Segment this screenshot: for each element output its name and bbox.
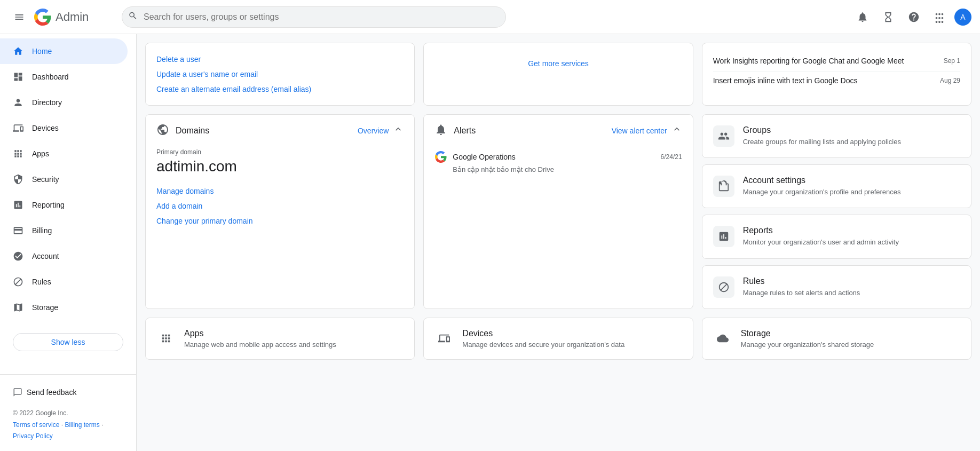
bottom-card-devices-bottom[interactable]: Devices Manage devices and secure your o… — [423, 318, 693, 360]
right-card-desc: Manage rules to set alerts and actions — [743, 288, 960, 298]
right-card-desc: Create groups for mailing lists and appl… — [743, 137, 960, 147]
search-input[interactable] — [122, 6, 506, 28]
help-icon[interactable] — [903, 6, 924, 28]
create-alias-link[interactable]: Create an alternate email address (email… — [156, 82, 404, 97]
bar-chart-icon — [713, 226, 734, 247]
right-card-desc: Manage your organization's profile and p… — [743, 187, 960, 197]
sidebar-item-reporting[interactable]: Reporting — [0, 192, 128, 218]
domains-overview-link[interactable]: Overview — [358, 126, 389, 135]
bottom-card-title: Storage — [741, 329, 960, 338]
domains-collapse-icon[interactable] — [393, 124, 404, 137]
bottom-card-apps-bottom[interactable]: Apps Manage web and mobile app access an… — [145, 318, 415, 360]
apps-bottom-icon — [156, 329, 176, 348]
footer-links: © 2022 Google Inc. Terms of service · Bi… — [13, 408, 123, 442]
menu-icon[interactable] — [9, 6, 30, 28]
right-card-rules[interactable]: Rules Manage rules to set alerts and act… — [702, 265, 971, 309]
alerts-card: Alerts View alert center — [423, 114, 693, 309]
google-logo — [34, 9, 51, 26]
search-icon — [128, 11, 138, 23]
bottom-card-title: Apps — [184, 329, 404, 338]
send-feedback-button[interactable]: Send feedback — [13, 383, 123, 401]
view-alert-center-link[interactable]: View alert center — [612, 126, 667, 135]
sidebar-item-home[interactable]: Home — [0, 38, 128, 64]
news-card: Work Insights reporting for Google Chat … — [702, 43, 971, 106]
domains-title: Domains — [176, 126, 209, 136]
sidebar: Home Dashboard Directory Devices — [0, 34, 137, 451]
account-icon — [13, 251, 23, 262]
right-card-title: Reports — [743, 226, 960, 235]
news-title: Work Insights reporting for Google Chat … — [713, 56, 904, 67]
news-date: Sep 1 — [944, 57, 960, 65]
rules-icon — [13, 276, 23, 287]
delete-user-link[interactable]: Delete a user — [156, 52, 404, 67]
news-date: Aug 29 — [940, 77, 960, 84]
bottom-card-storage-bottom[interactable]: Storage Manage your organization's share… — [702, 318, 971, 360]
storage-icon — [13, 302, 23, 313]
sidebar-item-dashboard[interactable]: Dashboard — [0, 64, 128, 90]
right-card-reports[interactable]: Reports Monitor your organization's user… — [702, 215, 971, 258]
domains-card: Domains Overview Primary domain adtimin.… — [145, 114, 415, 309]
apps-grid-icon[interactable] — [929, 6, 950, 28]
search-bar — [122, 6, 506, 28]
alert-service: Google Operations — [453, 153, 516, 161]
bottom-card-desc: Manage devices and secure your organizat… — [462, 341, 682, 349]
users-card: Delete a user Update a user's name or em… — [145, 43, 415, 106]
topbar-right: A — [852, 6, 971, 28]
avatar[interactable]: A — [954, 9, 971, 26]
alerts-bell-icon — [434, 123, 447, 138]
news-item: Work Insights reporting for Google Chat … — [713, 52, 960, 72]
update-user-link[interactable]: Update a user's name or email — [156, 67, 404, 82]
layout: Home Dashboard Directory Devices — [0, 34, 980, 451]
right-card-title: Rules — [743, 276, 960, 286]
primary-domain-label: Primary domain — [156, 148, 404, 156]
reporting-icon — [13, 200, 23, 210]
services-card: Get more services — [423, 43, 693, 106]
sidebar-item-devices[interactable]: Devices — [0, 115, 128, 141]
alerts-collapse-icon[interactable] — [671, 124, 682, 137]
alert-description: Bản cập nhật bảo mật cho Drive — [434, 165, 682, 173]
domain-name: adtimin.com — [156, 158, 404, 175]
manage-domains-link[interactable]: Manage domains — [156, 184, 404, 199]
sidebar-item-storage[interactable]: Storage — [0, 295, 128, 320]
alerts-title: Alerts — [454, 126, 476, 136]
alert-date: 6/24/21 — [661, 153, 682, 161]
security-icon — [13, 174, 23, 185]
domains-globe-icon — [156, 123, 169, 138]
sidebar-item-rules[interactable]: Rules — [0, 269, 128, 295]
right-card-groups[interactable]: Groups Create groups for mailing lists a… — [702, 114, 971, 158]
directory-icon — [13, 97, 23, 108]
brand-name: Admin — [56, 10, 89, 24]
apps-icon — [13, 148, 23, 159]
sidebar-item-security[interactable]: Security — [0, 167, 128, 192]
hourglass-icon[interactable] — [878, 6, 899, 28]
get-more-services-link[interactable]: Get more services — [434, 56, 682, 71]
show-less-button[interactable]: Show less — [13, 333, 123, 351]
billing-icon — [13, 225, 23, 236]
dashboard-icon — [13, 72, 23, 82]
main-content: Delete a user Update a user's name or em… — [137, 34, 980, 451]
news-title: Insert emojis inline with text in Google… — [713, 76, 858, 86]
sidebar-item-apps[interactable]: Apps — [0, 141, 128, 167]
devices-bottom-icon — [434, 329, 454, 348]
sidebar-item-directory[interactable]: Directory — [0, 90, 128, 115]
change-primary-domain-link[interactable]: Change your primary domain — [156, 213, 404, 228]
right-card-title: Groups — [743, 125, 960, 135]
sidebar-item-account[interactable]: Account — [0, 243, 128, 269]
topbar: Admin — [0, 0, 980, 34]
add-domain-link[interactable]: Add a domain — [156, 199, 404, 213]
rules-icon — [713, 276, 734, 298]
billing-terms-link[interactable]: Billing terms — [65, 421, 99, 429]
notifications-icon[interactable] — [852, 6, 873, 28]
right-card-account-settings[interactable]: Account settings Manage your organizatio… — [702, 164, 971, 208]
right-card-title: Account settings — [743, 176, 960, 185]
briefcase-icon — [713, 176, 734, 197]
privacy-link[interactable]: Privacy Policy — [13, 432, 53, 440]
right-card-desc: Monitor your organization's user and adm… — [743, 238, 960, 247]
devices-icon — [13, 123, 23, 133]
terms-link[interactable]: Terms of service — [13, 421, 59, 429]
news-item: Insert emojis inline with text in Google… — [713, 72, 960, 91]
bottom-card-desc: Manage your organization's shared storag… — [741, 341, 960, 349]
groups-icon — [713, 125, 734, 147]
sidebar-footer: Send feedback © 2022 Google Inc. Terms o… — [0, 374, 136, 451]
sidebar-item-billing[interactable]: Billing — [0, 218, 128, 243]
